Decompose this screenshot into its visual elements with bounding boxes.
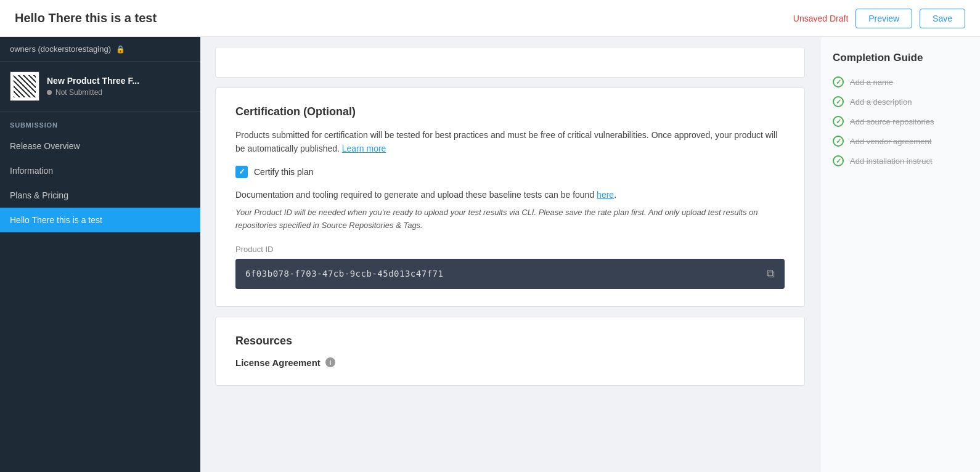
sidebar-item-information[interactable]: Information [0, 158, 200, 183]
topbar-actions: Unsaved Draft Preview Save [793, 9, 965, 28]
completion-guide-title: Completion Guide [833, 52, 968, 64]
content-area: Certification (Optional) Products submit… [200, 37, 820, 472]
certification-description: Products submitted for certification wil… [235, 128, 785, 156]
completion-item-4: ✓ Add installation instruct [833, 155, 968, 166]
completion-item-1: ✓ Add a description [833, 96, 968, 107]
page-title: Hello There this is a test [15, 11, 157, 25]
check-icon-2: ✓ [833, 116, 844, 127]
cert-italic-note: Your Product ID will be needed when you'… [235, 206, 785, 232]
license-info-icon[interactable]: i [325, 357, 335, 367]
partial-card-top [215, 47, 805, 78]
completion-item-2: ✓ Add source repositories [833, 116, 968, 127]
sidebar-item-release-overview[interactable]: Release Overview [0, 134, 200, 158]
topbar: Hello There this is a test Unsaved Draft… [0, 0, 980, 37]
check-icon-1: ✓ [833, 96, 844, 107]
product-status-row: Not Submitted [47, 88, 190, 97]
cert-note-text: Documentation and tooling required to ge… [235, 190, 594, 200]
product-info: New Product Three F... Not Submitted [47, 76, 190, 97]
license-row: License Agreement i [235, 357, 785, 368]
certification-card: Certification (Optional) Products submit… [215, 87, 805, 307]
sidebar-item-active[interactable]: Hello There this is a test [0, 208, 200, 232]
cert-note: Documentation and tooling required to ge… [235, 188, 785, 201]
owner-text: owners (dockerstorestaging) [10, 44, 111, 54]
product-id-box: 6f03b078-f703-47cb-9ccb-45d013c47f71 ⧉ [235, 259, 785, 289]
completion-label-1: Add a description [850, 97, 912, 107]
resources-card: Resources License Agreement i [215, 317, 805, 386]
check-icon-0: ✓ [833, 76, 844, 87]
main-layout: owners (dockerstorestaging) 🔒 New Produc… [0, 37, 980, 472]
sidebar: owners (dockerstorestaging) 🔒 New Produc… [0, 37, 200, 472]
sidebar-owner: owners (dockerstorestaging) 🔒 [0, 37, 200, 62]
certify-checkbox-row: Certify this plan [235, 166, 785, 178]
preview-button[interactable]: Preview [855, 9, 912, 28]
here-link[interactable]: here [597, 190, 614, 200]
sidebar-item-plans-pricing[interactable]: Plans & Pricing [0, 183, 200, 208]
certify-checkbox[interactable] [235, 166, 248, 178]
completion-item-3: ✓ Add vendor agreement [833, 136, 968, 147]
completion-label-0: Add a name [850, 78, 893, 87]
completion-label-4: Add installation instruct [850, 157, 933, 166]
copy-icon[interactable]: ⧉ [767, 267, 775, 280]
resources-title: Resources [235, 335, 785, 348]
product-thumbnail [10, 71, 39, 101]
check-icon-3: ✓ [833, 136, 844, 147]
save-button[interactable]: Save [920, 9, 965, 28]
completion-label-3: Add vendor agreement [850, 137, 931, 146]
license-label: License Agreement [235, 357, 321, 368]
unsaved-draft-label: Unsaved Draft [793, 14, 848, 23]
completion-item-0: ✓ Add a name [833, 76, 968, 87]
lock-icon: 🔒 [116, 45, 125, 54]
right-panel: Completion Guide ✓ Add a name ✓ Add a de… [820, 37, 980, 472]
check-icon-4: ✓ [833, 155, 844, 166]
completion-label-2: Add source repositories [850, 117, 934, 126]
certify-label: Certify this plan [254, 167, 313, 177]
product-name: New Product Three F... [47, 76, 190, 86]
cert-desc-text: Products submitted for certification wil… [235, 130, 777, 153]
status-dot [47, 90, 52, 95]
product-id-label: Product ID [235, 245, 785, 254]
certification-title: Certification (Optional) [235, 105, 785, 118]
sidebar-product: New Product Three F... Not Submitted [0, 62, 200, 112]
product-id-value: 6f03b078-f703-47cb-9ccb-45d013c47f71 [245, 269, 759, 279]
status-text: Not Submitted [55, 88, 102, 97]
learn-more-link[interactable]: Learn more [342, 144, 386, 153]
sidebar-section-label: SUBMISSION [0, 112, 200, 134]
product-thumbnail-image [14, 75, 36, 97]
